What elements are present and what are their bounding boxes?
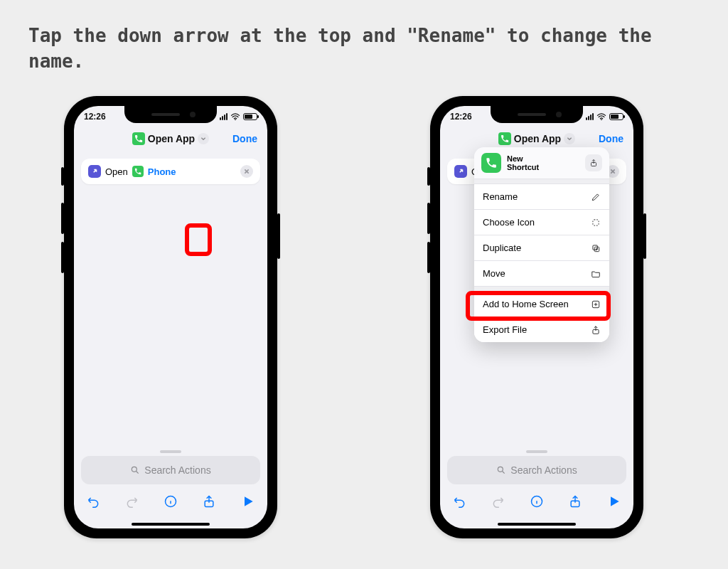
phone-app-icon: [498, 132, 511, 145]
home-indicator[interactable]: [132, 523, 210, 526]
home-indicator[interactable]: [498, 523, 576, 526]
instruction-text: Tap the down arrow at the top and "Renam…: [28, 23, 700, 75]
menu-title-line1: New: [507, 154, 539, 163]
search-actions-input[interactable]: Search Actions: [81, 456, 260, 484]
redo-button: [491, 494, 505, 511]
open-action-icon: [88, 165, 101, 178]
bottom-toolbar: [440, 489, 633, 517]
menu-item-label: Move: [483, 268, 505, 279]
plus-square-icon: [591, 299, 601, 309]
battery-icon: [609, 113, 623, 120]
status-time: 12:26: [450, 112, 472, 122]
run-button[interactable]: [607, 494, 621, 511]
done-button[interactable]: Done: [232, 133, 257, 144]
done-button[interactable]: Done: [599, 133, 623, 144]
search-actions-input[interactable]: Search Actions: [447, 456, 626, 484]
folder-icon: [591, 269, 601, 279]
header-title: Open App: [148, 133, 195, 144]
menu-item-rename[interactable]: Rename: [474, 184, 609, 209]
export-icon: [591, 325, 601, 335]
share-button[interactable]: [568, 494, 582, 511]
signal-icon: [586, 113, 594, 120]
menu-item-label: Rename: [483, 191, 518, 202]
pencil-icon: [591, 192, 601, 202]
chevron-down-icon[interactable]: [198, 133, 209, 144]
svg-point-4: [601, 119, 602, 120]
remove-action-button[interactable]: [240, 165, 253, 178]
redo-button: [125, 494, 139, 511]
menu-share-button[interactable]: [585, 154, 602, 171]
action-card[interactable]: Open Phone: [81, 159, 260, 184]
menu-header: New Shortcut: [474, 147, 609, 179]
search-placeholder: Search Actions: [510, 464, 577, 476]
notch: [491, 106, 583, 123]
phone-small-icon: [132, 166, 144, 177]
status-time: 12:26: [84, 112, 106, 122]
share-button[interactable]: [202, 494, 216, 511]
undo-button[interactable]: [452, 494, 466, 511]
menu-item-label: Duplicate: [483, 243, 521, 253]
bottom-toolbar: [74, 489, 267, 517]
svg-point-0: [235, 119, 236, 120]
sheet-grabber[interactable]: [526, 450, 547, 453]
menu-item-label: Add to Home Screen: [483, 299, 569, 309]
info-button[interactable]: [530, 494, 544, 511]
editor-header: Open App Done: [74, 124, 267, 153]
wifi-icon: [230, 113, 240, 120]
menu-item-export[interactable]: Export File: [474, 317, 609, 342]
search-placeholder: Search Actions: [144, 464, 210, 476]
menu-item-label: Export File: [483, 324, 527, 335]
phone-app-icon: [132, 132, 145, 145]
battery-icon: [243, 113, 257, 120]
phone-frame-left: 12:26 Open App Done Op: [64, 96, 277, 538]
action-app-link[interactable]: Phone: [148, 166, 176, 177]
menu-item-label: Choose Icon: [483, 217, 535, 228]
svg-point-1: [132, 467, 137, 472]
open-action-icon: [454, 165, 467, 178]
menu-item-move[interactable]: Move: [474, 260, 609, 286]
menu-item-duplicate[interactable]: Duplicate: [474, 235, 609, 260]
chevron-down-icon[interactable]: [564, 133, 575, 144]
menu-item-add-home[interactable]: Add to Home Screen: [474, 291, 609, 317]
run-button[interactable]: [241, 494, 255, 511]
wifi-icon: [596, 113, 606, 120]
phone-frame-right: 12:26 Open App Done O: [430, 96, 643, 538]
svg-rect-6: [593, 219, 599, 225]
signal-icon: [220, 113, 228, 120]
shortcut-phone-icon: [481, 153, 501, 173]
notch: [124, 106, 217, 123]
duplicate-icon: [591, 243, 601, 253]
sheet-grabber[interactable]: [160, 450, 181, 453]
svg-point-11: [498, 467, 503, 472]
action-open-label: Open: [105, 166, 128, 177]
menu-item-choose-icon[interactable]: Choose Icon: [474, 209, 609, 235]
undo-button[interactable]: [86, 494, 100, 511]
shortcut-context-menu: New Shortcut Rename Choose Icon Duplicat…: [474, 147, 609, 342]
icon-picker-icon: [591, 218, 601, 228]
info-button[interactable]: [164, 494, 178, 511]
header-title: Open App: [514, 133, 561, 144]
menu-title-line2: Shortcut: [507, 163, 539, 171]
